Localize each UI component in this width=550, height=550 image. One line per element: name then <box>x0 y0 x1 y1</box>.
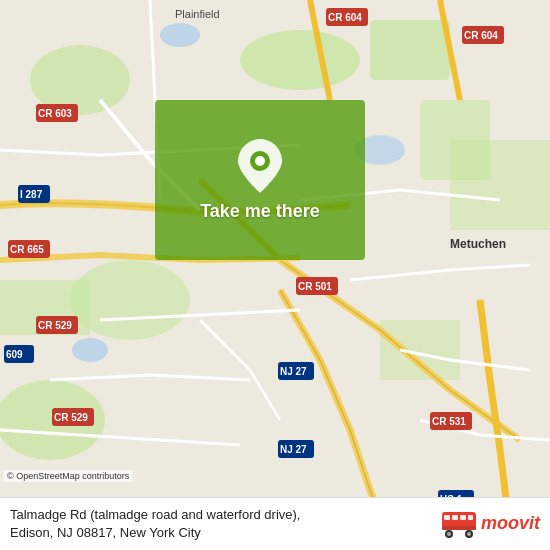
map-container: Plainfield CR 604 CR 604 CR 603 I 287 CR… <box>0 0 550 550</box>
svg-text:Metuchen: Metuchen <box>450 237 506 251</box>
moovit-brand-text: moovit <box>481 513 540 534</box>
osm-attribution: © OpenStreetMap contributors <box>4 470 132 482</box>
svg-rect-8 <box>380 320 460 380</box>
address-text: Talmadge Rd (talmadge road and waterford… <box>10 506 431 542</box>
svg-text:I 287: I 287 <box>20 189 43 200</box>
svg-point-10 <box>160 23 200 47</box>
address-line1: Talmadge Rd (talmadge road and waterford… <box>10 507 300 522</box>
location-pin-icon <box>238 139 282 193</box>
take-me-there-label: Take me there <box>200 201 320 222</box>
svg-text:CR 531: CR 531 <box>432 416 466 427</box>
moovit-bus-icon <box>441 510 477 538</box>
svg-rect-2 <box>370 20 450 80</box>
svg-text:CR 501: CR 501 <box>298 281 332 292</box>
svg-point-12 <box>72 338 108 362</box>
svg-text:CR 529: CR 529 <box>38 320 72 331</box>
svg-point-50 <box>447 532 451 536</box>
svg-rect-47 <box>468 515 473 520</box>
svg-rect-9 <box>450 140 550 230</box>
moovit-logo: moovit <box>441 510 540 538</box>
svg-text:609: 609 <box>6 349 23 360</box>
svg-text:Plainfield: Plainfield <box>175 8 220 20</box>
svg-rect-46 <box>460 515 466 520</box>
svg-point-1 <box>240 30 360 90</box>
svg-text:NJ 27: NJ 27 <box>280 366 307 377</box>
svg-point-42 <box>255 156 265 166</box>
svg-rect-48 <box>442 526 476 530</box>
osm-text: © OpenStreetMap contributors <box>7 471 129 481</box>
svg-text:CR 604: CR 604 <box>328 12 362 23</box>
svg-point-52 <box>467 532 471 536</box>
svg-text:NJ 27: NJ 27 <box>280 444 307 455</box>
svg-text:CR 603: CR 603 <box>38 108 72 119</box>
map-background: Plainfield CR 604 CR 604 CR 603 I 287 CR… <box>0 0 550 550</box>
take-me-there-button[interactable]: Take me there <box>155 100 365 260</box>
address-line2: Edison, NJ 08817, New York City <box>10 525 201 540</box>
svg-rect-45 <box>452 515 458 520</box>
svg-rect-44 <box>444 515 450 520</box>
info-bar: Talmadge Rd (talmadge road and waterford… <box>0 497 550 550</box>
svg-text:CR 604: CR 604 <box>464 30 498 41</box>
svg-text:CR 665: CR 665 <box>10 244 44 255</box>
svg-text:CR 529: CR 529 <box>54 412 88 423</box>
